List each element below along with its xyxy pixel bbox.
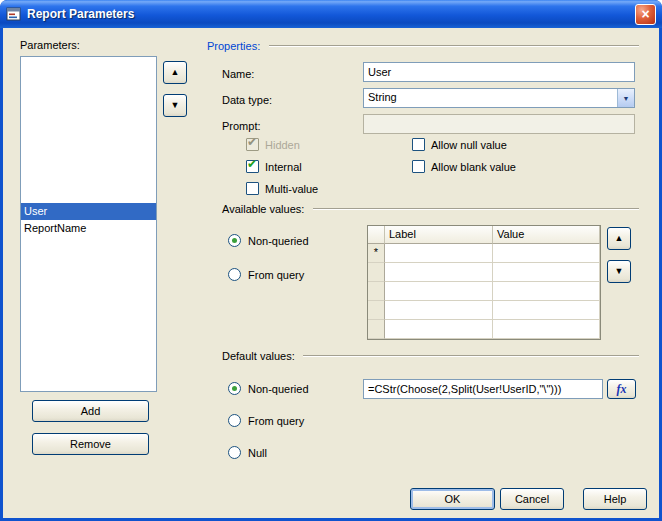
report-parameters-icon	[6, 6, 22, 22]
default-null-radio[interactable]	[228, 446, 241, 459]
grid-empty-row	[368, 282, 600, 301]
default-from-query-label: From query	[248, 415, 304, 428]
grid-cell	[385, 320, 493, 339]
available-from-query-label: From query	[248, 269, 304, 282]
grid-empty-row	[368, 301, 600, 320]
list-item-reportname[interactable]: ReportName	[21, 220, 156, 237]
hidden-checkbox: ✔	[246, 138, 259, 151]
default-non-queried-radio[interactable]	[228, 382, 241, 395]
grid-empty-row	[368, 263, 600, 282]
grid-row-selector	[368, 320, 385, 339]
grid-new-row[interactable]: *	[368, 244, 600, 263]
properties-divider	[269, 45, 639, 47]
help-button[interactable]: Help	[583, 488, 647, 510]
internal-label: Internal	[265, 161, 302, 174]
arrow-down-icon: ▼	[171, 101, 180, 110]
available-values-divider	[313, 208, 639, 210]
multi-value-label: Multi-value	[265, 183, 318, 196]
default-values-label: Default values:	[222, 350, 295, 363]
default-values-divider	[303, 355, 639, 357]
prompt-input	[363, 114, 635, 134]
parameters-label: Parameters:	[20, 39, 80, 52]
move-parameter-up-button[interactable]: ▲	[163, 61, 187, 84]
allow-blank-label: Allow blank value	[431, 161, 516, 174]
grid-corner-cell	[368, 226, 385, 244]
grid-cell	[493, 263, 600, 282]
data-type-label: Data type:	[222, 94, 272, 107]
window-title: Report Parameters	[27, 7, 635, 21]
check-icon: ✔	[247, 136, 257, 149]
available-non-queried-label: Non-queried	[248, 235, 309, 248]
grid-cell	[493, 282, 600, 301]
grid-header-label[interactable]: Label	[385, 226, 493, 244]
grid-cell[interactable]	[385, 244, 493, 263]
prompt-label: Prompt:	[222, 120, 261, 133]
report-parameters-dialog: Report Parameters × Parameters: User Rep…	[0, 0, 662, 521]
grid-new-row-marker: *	[368, 244, 385, 263]
remove-button[interactable]: Remove	[32, 433, 149, 455]
default-null-label: Null	[248, 447, 267, 460]
grid-row-selector	[368, 282, 385, 301]
grid-cell	[493, 301, 600, 320]
available-from-query-radio[interactable]	[228, 268, 241, 281]
chevron-down-icon[interactable]: ▼	[617, 89, 634, 107]
available-values-grid[interactable]: Label Value *	[367, 225, 601, 340]
titlebar[interactable]: Report Parameters ×	[0, 0, 662, 28]
multi-value-checkbox[interactable]	[246, 182, 259, 195]
grid-header-value[interactable]: Value	[493, 226, 600, 244]
allow-blank-checkbox[interactable]	[412, 160, 425, 173]
check-icon: ✔	[247, 158, 257, 171]
hidden-label: Hidden	[265, 139, 300, 152]
arrow-up-icon: ▲	[615, 234, 624, 243]
data-type-combobox[interactable]: String ▼	[363, 88, 635, 108]
data-type-value: String	[364, 89, 617, 107]
default-value-expression-input[interactable]	[363, 379, 603, 399]
arrow-up-icon: ▲	[171, 68, 180, 77]
arrow-down-icon: ▼	[615, 267, 624, 276]
available-non-queried-radio[interactable]	[228, 234, 241, 247]
grid-cell	[385, 263, 493, 282]
list-item-user[interactable]: User	[21, 203, 156, 220]
name-input[interactable]	[363, 62, 635, 82]
grid-cell	[385, 282, 493, 301]
grid-move-up-button[interactable]: ▲	[607, 227, 631, 250]
name-label: Name:	[222, 68, 254, 81]
grid-row-selector	[368, 263, 385, 282]
parameters-list: User ReportName	[21, 203, 156, 237]
parameters-listbox[interactable]: User ReportName	[20, 56, 157, 392]
fx-icon: fx	[617, 382, 627, 397]
allow-null-label: Allow null value	[431, 139, 507, 152]
internal-checkbox[interactable]: ✔	[246, 160, 259, 173]
move-parameter-down-button[interactable]: ▼	[163, 94, 187, 117]
grid-move-down-button[interactable]: ▼	[607, 260, 631, 283]
close-icon: ×	[641, 7, 649, 21]
close-button[interactable]: ×	[635, 4, 656, 25]
ok-button[interactable]: OK	[410, 488, 495, 510]
add-button[interactable]: Add	[32, 400, 149, 422]
properties-group-label: Properties:	[207, 40, 260, 53]
available-values-label: Available values:	[222, 203, 304, 216]
grid-cell	[385, 301, 493, 320]
expression-fx-button[interactable]: fx	[607, 379, 636, 399]
default-from-query-radio[interactable]	[228, 414, 241, 427]
grid-cell	[493, 320, 600, 339]
grid-cell[interactable]	[493, 244, 600, 263]
allow-null-checkbox[interactable]	[412, 138, 425, 151]
grid-empty-row	[368, 320, 600, 339]
grid-header-row: Label Value	[368, 226, 600, 244]
grid-row-selector	[368, 301, 385, 320]
cancel-button[interactable]: Cancel	[500, 488, 564, 510]
dialog-body: Parameters: User ReportName ▲ ▼ Add Remo…	[3, 28, 659, 518]
default-non-queried-label: Non-queried	[248, 383, 309, 396]
